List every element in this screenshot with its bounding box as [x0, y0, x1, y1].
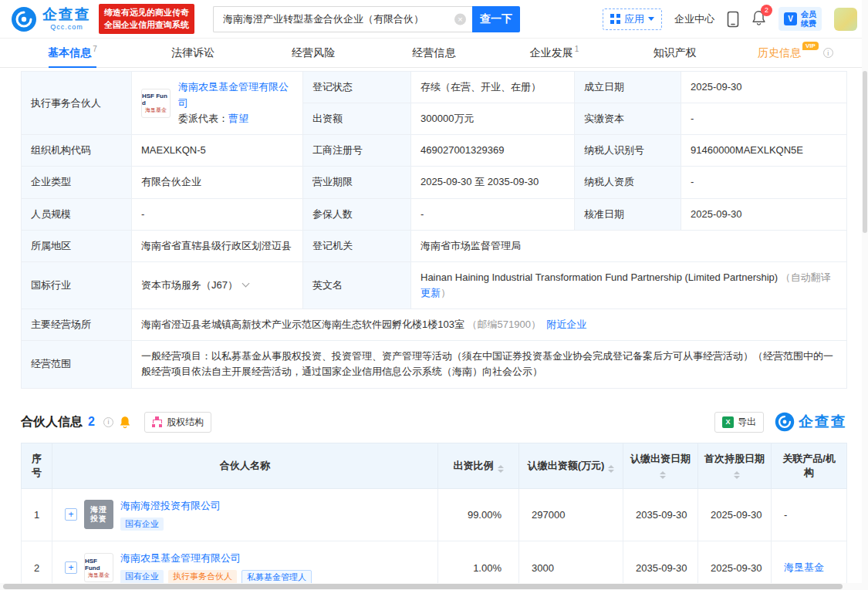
- translate-note-prefix: （自动翻译: [781, 271, 831, 283]
- partner-1-first-hold-date: 2025-09-30: [698, 488, 772, 541]
- region-value: 海南省省直辖县级行政区划澄迈县: [132, 230, 303, 261]
- staff-size-label: 人员规模: [22, 198, 132, 230]
- reg-status-label: 登记状态: [303, 72, 411, 103]
- partners-table-header-row: 序号 合伙人名称 出资比例 认缴出资额(万元) 认缴出资日期 首次持股日期 关联…: [22, 443, 847, 488]
- address-postal: （邮编571900）: [468, 319, 541, 330]
- equity-structure-button[interactable]: 股权结构: [144, 412, 211, 433]
- tab-risk-label: 经营风险: [292, 46, 335, 60]
- executive-partner-logo: HSF Fund 海垦基金: [141, 89, 171, 118]
- partner-2-related-link[interactable]: 海垦基金: [784, 561, 824, 573]
- partner-2-link[interactable]: 海南农垦基金管理有限公司: [120, 551, 312, 565]
- tab-legal[interactable]: 法律诉讼: [133, 39, 253, 67]
- top-header: 企查查 Qcc.com 缔造有远见的商业传奇 全国企业信用查询系统 × 查一下 …: [0, 0, 868, 39]
- partner-1-logo-line1: 海澄: [90, 505, 107, 514]
- col-subscribe-date-label: 认缴出资日期: [630, 453, 691, 464]
- horizontal-scrollbar[interactable]: [0, 583, 868, 590]
- sort-amount-icon[interactable]: [608, 465, 614, 473]
- col-amount-label: 认缴出资额(万元): [528, 460, 605, 471]
- tab-development-badge: 1: [575, 45, 579, 53]
- qcc-watermark-text: 企查查: [799, 412, 847, 432]
- slogan-line2: 全国企业信用查询系统: [104, 19, 189, 32]
- notification-bell[interactable]: 2: [751, 10, 766, 29]
- executive-partner-logo-text: HSF Fund: [142, 93, 170, 107]
- col-first-hold-date[interactable]: 首次持股日期: [698, 443, 772, 488]
- tab-development[interactable]: 企业发展 1: [495, 39, 615, 67]
- nearby-companies-link[interactable]: 附近企业: [546, 319, 586, 330]
- partners-section: 合伙人信息 2 i 股权结构 X 导出 企查查: [0, 412, 868, 590]
- export-button[interactable]: X 导出: [714, 412, 764, 433]
- reg-no-label: 工商注册号: [303, 135, 411, 167]
- mobile-app-button[interactable]: [727, 11, 739, 28]
- vertical-scrollbar-thumb[interactable]: [863, 71, 867, 233]
- company-tabs: 基本信息 7 法律诉讼 经营风险 经营信息 企业发展 1 知识产权 历史信息 V…: [0, 39, 868, 68]
- slogan-badge: 缔造有远见的商业传奇 全国企业信用查询系统: [99, 4, 194, 35]
- qcc-logo[interactable]: 企查查 Qcc.com: [11, 6, 91, 32]
- partner-1-no: 1: [22, 488, 52, 541]
- partner-1-link[interactable]: 海南海澄投资有限公司: [120, 499, 221, 513]
- industry-expand-icon[interactable]: [242, 279, 250, 287]
- industry-value-cell: 资本市场服务（J67）: [132, 261, 303, 308]
- sort-subscribe-date-icon[interactable]: [660, 471, 666, 479]
- reg-no-value: 469027001329369: [411, 135, 575, 167]
- col-ratio[interactable]: 出资比例: [438, 443, 519, 488]
- address-label: 主要经营场所: [22, 309, 132, 341]
- user-avatar[interactable]: [834, 8, 857, 31]
- horizontal-scrollbar-thumb[interactable]: [3, 584, 843, 589]
- sort-ratio-icon[interactable]: [498, 465, 504, 473]
- col-no: 序号: [22, 443, 52, 488]
- partner-1-ratio: 99.00%: [438, 488, 519, 541]
- tab-basic-info[interactable]: 基本信息 7: [12, 39, 133, 67]
- tab-history[interactable]: 历史信息 VIP i: [735, 39, 856, 67]
- reg-status-value: 存续（在营、开业、在册）: [411, 72, 575, 103]
- partner-1-name-cell: + 海澄 投资 海南海澄投资有限公司 国有企业: [52, 488, 438, 541]
- enterprise-center-link[interactable]: 企业中心: [674, 12, 714, 26]
- logo-en-text: Qcc.com: [42, 23, 91, 31]
- paid-capital-label: 实缴资本: [575, 103, 681, 135]
- equity-structure-icon: [152, 416, 163, 427]
- apps-menu-button[interactable]: 应用: [603, 8, 662, 30]
- capital-value: 300000万元: [411, 103, 575, 135]
- region-label: 所属地区: [22, 230, 132, 261]
- translate-update-link[interactable]: 更新: [420, 287, 441, 298]
- apps-label: 应用: [624, 12, 644, 26]
- search-clear-icon[interactable]: ×: [454, 13, 466, 25]
- address-cell: 海南省澄迈县老城镇高新技术产业示范区海南生态软件园孵化楼1楼103室 （邮编57…: [132, 309, 847, 341]
- business-term-label: 营业期限: [303, 167, 411, 198]
- english-name-cell: Hainan Haining Industrial Transformation…: [411, 261, 847, 308]
- executive-partner-link[interactable]: 海南农垦基金管理有限公司: [178, 81, 289, 108]
- business-scope-value: 一般经营项目：以私募基金从事股权投资、投资管理、资产管理等活动（须在中国证券投资…: [132, 341, 847, 388]
- partners-title: 合伙人信息: [21, 414, 83, 430]
- partner-1-amount: 297000: [519, 488, 623, 541]
- industry-value: 资本市场服务（J67）: [141, 279, 238, 291]
- sort-first-hold-date-icon[interactable]: [734, 471, 740, 479]
- slogan-line1: 缔造有远见的商业传奇: [104, 7, 189, 19]
- vip-renew-button[interactable]: V 会员 续费: [778, 7, 822, 31]
- delegate-link[interactable]: 曹望: [228, 113, 248, 124]
- partners-count: 2: [88, 415, 95, 429]
- vertical-scrollbar[interactable]: [862, 0, 868, 590]
- insured-count-value: -: [411, 198, 575, 230]
- partner-2-logo-line1: HSF Fund: [85, 558, 113, 572]
- chevron-down-icon: [648, 17, 654, 21]
- tab-history-label: 历史信息: [758, 46, 801, 60]
- org-code-label: 组织机构代码: [22, 135, 132, 167]
- partner-1-subscribe-date: 2035-09-30: [623, 488, 698, 541]
- company-type-label: 企业类型: [22, 167, 132, 198]
- qcc-logo-icon: [11, 6, 37, 32]
- logo-cn-text: 企查查: [42, 7, 91, 23]
- tab-risk[interactable]: 经营风险: [253, 39, 373, 67]
- company-type-value: 有限合伙企业: [132, 167, 303, 198]
- partner-2-logo: HSF Fund 海垦基金: [84, 553, 113, 582]
- expand-row-button[interactable]: +: [65, 508, 77, 521]
- tab-operation[interactable]: 经营信息: [373, 39, 494, 67]
- notification-badge: 2: [761, 5, 772, 16]
- search-button[interactable]: 查一下: [472, 6, 520, 32]
- search-input[interactable]: [213, 6, 472, 32]
- equity-structure-label: 股权结构: [167, 416, 204, 429]
- tab-operation-label: 经营信息: [412, 46, 455, 60]
- tab-ip[interactable]: 知识产权: [615, 39, 735, 67]
- col-subscribe-date[interactable]: 认缴出资日期: [623, 443, 698, 488]
- expand-row-button[interactable]: +: [65, 561, 77, 574]
- partners-alert-bell-icon[interactable]: [119, 416, 131, 429]
- col-amount[interactable]: 认缴出资额(万元): [519, 443, 623, 488]
